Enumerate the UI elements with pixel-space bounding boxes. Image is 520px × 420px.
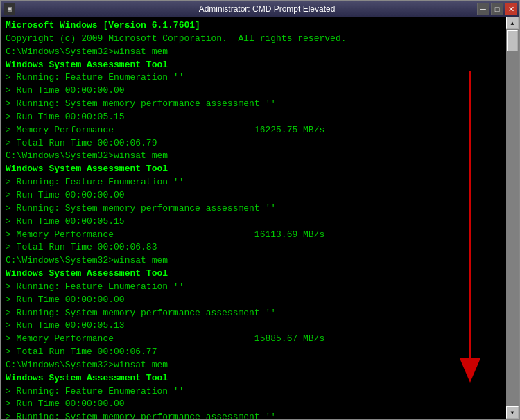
terminal-wrapper: Microsoft Windows [Version 6.1.7601]Copy… — [1, 17, 519, 419]
terminal-line: Windows System Assessment Tool — [6, 163, 502, 176]
scroll-up-button[interactable]: ▲ — [506, 17, 519, 29]
terminal-line: > Total Run Time 00:00:06.83 — [6, 241, 502, 254]
terminal-line: > Total Run Time 00:00:06.77 — [6, 346, 502, 359]
terminal-line: > Running: System memory performance ass… — [6, 98, 502, 111]
terminal-line: > Run Time 00:00:00.00 — [6, 398, 502, 411]
cmd-window: ▣ Administrator: CMD Prompt Elevated ─ □… — [0, 0, 520, 420]
terminal-line: C:\Windows\System32>winsat mem — [6, 359, 502, 372]
terminal-line: > Run Time 00:00:00.00 — [6, 189, 502, 202]
scroll-thumb[interactable] — [507, 30, 518, 51]
terminal-line: Windows System Assessment Tool — [6, 59, 502, 72]
terminal-line: > Running: Feature Enumeration '' — [6, 281, 502, 294]
titlebar: ▣ Administrator: CMD Prompt Elevated ─ □… — [1, 1, 519, 17]
close-button[interactable]: ✕ — [505, 3, 517, 15]
terminal-line: Microsoft Windows [Version 6.1.7601] — [6, 19, 502, 33]
terminal-line: Copyright (c) 2009 Microsoft Corporation… — [6, 33, 502, 46]
terminal-line: > Memory Performance 16113.69 MB/s — [6, 229, 502, 242]
window-controls: ─ □ ✕ — [477, 3, 517, 15]
terminal-line: > Running: System memory performance ass… — [6, 202, 502, 216]
window-icon: ▣ — [4, 3, 15, 15]
terminal-line: > Running: System memory performance ass… — [6, 307, 502, 320]
terminal-line: > Running: System memory performance ass… — [6, 411, 502, 419]
scroll-track[interactable] — [506, 29, 519, 406]
terminal-line: > Memory Performance 16225.75 MB/s — [6, 124, 502, 137]
scrollbar[interactable]: ▲ ▼ — [506, 17, 519, 419]
terminal-line: C:\Windows\System32>winsat mem — [6, 150, 502, 163]
maximize-button[interactable]: □ — [491, 3, 503, 15]
terminal-line: > Running: Feature Enumeration '' — [6, 176, 502, 189]
terminal-line: C:\Windows\System32>winsat mem — [6, 254, 502, 268]
terminal-line: > Run Time 00:00:05.15 — [6, 111, 502, 124]
terminal-line: > Run Time 00:00:05.15 — [6, 216, 502, 229]
scroll-down-button[interactable]: ▼ — [506, 406, 519, 419]
minimize-button[interactable]: ─ — [477, 3, 489, 15]
terminal-line: > Running: Feature Enumeration '' — [6, 385, 502, 399]
terminal-line: > Run Time 00:00:05.13 — [6, 320, 502, 333]
terminal-line: Windows System Assessment Tool — [6, 372, 502, 385]
terminal-line: C:\Windows\System32>winsat mem — [6, 46, 502, 59]
terminal-line: > Total Run Time 00:00:06.79 — [6, 137, 502, 150]
window-title: Administrator: CMD Prompt Elevated — [18, 4, 516, 14]
terminal-line: > Run Time 00:00:00.00 — [6, 294, 502, 307]
terminal-line: > Running: Feature Enumeration '' — [6, 71, 502, 85]
terminal-line: Windows System Assessment Tool — [6, 268, 502, 281]
terminal-line: > Run Time 00:00:00.00 — [6, 85, 502, 98]
terminal-line: > Memory Performance 15885.67 MB/s — [6, 333, 502, 346]
terminal-content[interactable]: Microsoft Windows [Version 6.1.7601]Copy… — [1, 17, 506, 419]
